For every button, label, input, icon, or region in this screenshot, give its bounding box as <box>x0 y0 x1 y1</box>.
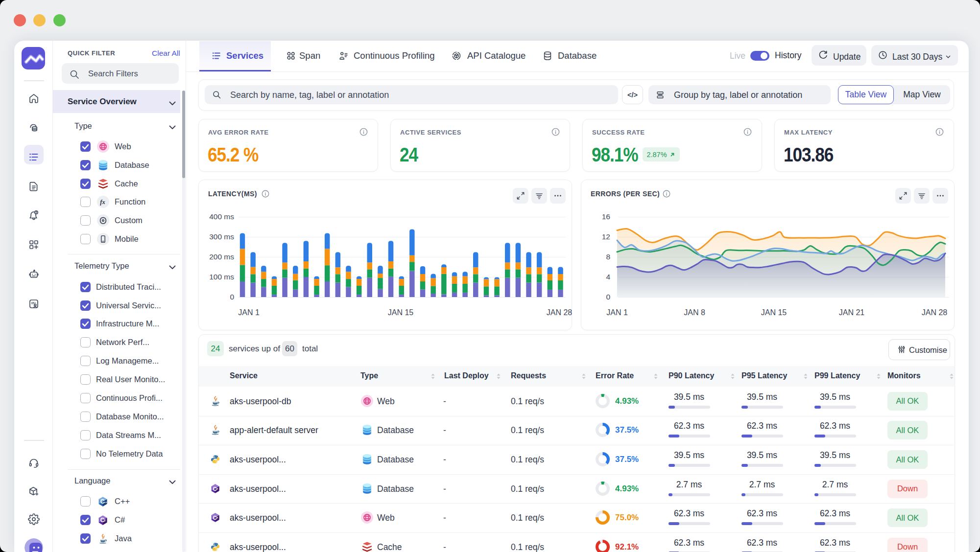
svg-text:fx: fx <box>100 199 105 206</box>
svg-text:++: ++ <box>104 501 107 504</box>
svg-text:#: # <box>216 487 218 490</box>
svg-text:#: # <box>216 516 218 519</box>
svg-text:#: # <box>104 519 106 522</box>
